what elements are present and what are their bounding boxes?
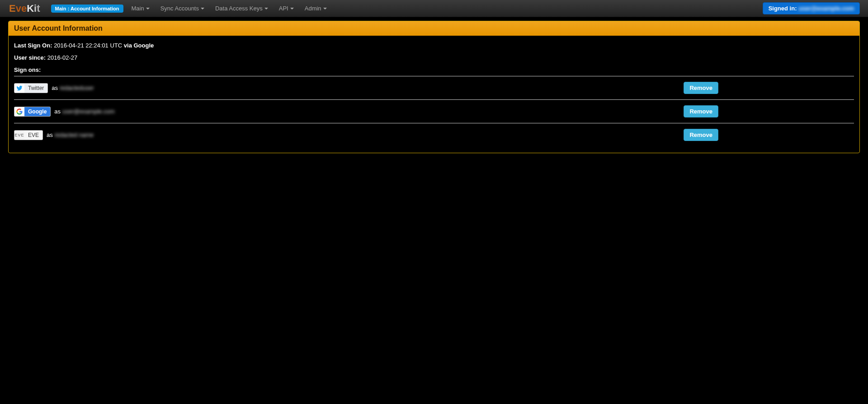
panel-body: Last Sign On: 2016-04-21 22:24:01 UTC vi… (9, 36, 859, 153)
twitter-icon (14, 84, 24, 93)
signon-row-eve: EVE EVE as redacted name Remove (14, 126, 854, 144)
google-icon (14, 107, 24, 116)
user-since: User since: 2016-02-27 (14, 54, 854, 61)
signed-in-user: user@example.com (798, 5, 854, 12)
nav-item-label: Data Access Keys (215, 5, 263, 12)
nav-item-label: Admin (305, 5, 321, 12)
nav-item-label: Sync Accounts (160, 5, 199, 12)
signed-in-button[interactable]: Signed in: user@example.com (763, 2, 860, 14)
last-sign-on: Last Sign On: 2016-04-21 22:24:01 UTC vi… (14, 42, 854, 49)
last-sign-on-value: 2016-04-21 22:24:01 UTC (54, 42, 122, 49)
chevron-down-icon (201, 8, 204, 9)
chevron-down-icon (146, 8, 150, 9)
signon-username: redacteduser (60, 85, 94, 91)
as-text: as user@example.com (54, 108, 114, 115)
provider-badge-twitter[interactable]: Twitter (14, 83, 48, 93)
signon-username: redacted name (54, 132, 94, 138)
chevron-down-icon (290, 8, 294, 9)
navbar: EveKit Main : Account Information Main S… (0, 0, 868, 17)
provider-badge-google[interactable]: Google (14, 107, 51, 117)
signed-in-label: Signed in: (769, 5, 797, 12)
user-since-value: 2016-02-27 (47, 54, 78, 61)
user-since-label: User since: (14, 54, 46, 61)
remove-button[interactable]: Remove (684, 129, 718, 141)
sign-ons-label: Sign ons: (14, 66, 854, 73)
chevron-down-icon (264, 8, 268, 9)
nav-item-api[interactable]: API (274, 0, 299, 17)
divider (14, 76, 854, 76)
account-info-panel: User Account Information Last Sign On: 2… (8, 21, 860, 153)
divider (14, 99, 854, 100)
nav-item-label: API (279, 5, 288, 12)
signon-username: user@example.com (62, 108, 115, 115)
nav-active-account-information[interactable]: Main : Account Information (51, 5, 123, 13)
remove-button[interactable]: Remove (684, 105, 718, 117)
chevron-down-icon (323, 8, 327, 9)
nav-item-admin[interactable]: Admin (299, 0, 332, 17)
signon-row-twitter: Twitter as redacteduser Remove (14, 79, 854, 97)
nav-item-sync-accounts[interactable]: Sync Accounts (155, 0, 210, 17)
nav-item-data-access-keys[interactable]: Data Access Keys (210, 0, 274, 17)
as-text: as redacteduser (52, 85, 94, 91)
last-sign-on-label: Last Sign On: (14, 42, 52, 49)
remove-button[interactable]: Remove (684, 82, 718, 94)
provider-badge-eve[interactable]: EVE EVE (14, 130, 43, 140)
nav-menu: Main : Account Information Main Sync Acc… (48, 0, 332, 17)
nav-item-label: Main (132, 5, 144, 12)
as-text: as redacted name (47, 132, 94, 138)
divider (14, 123, 854, 123)
last-sign-on-via: via Google (124, 42, 154, 49)
nav-item-main[interactable]: Main (126, 0, 155, 17)
provider-label: Twitter (24, 84, 47, 93)
provider-label: EVE (24, 131, 42, 140)
provider-label: Google (24, 107, 50, 116)
brand-logo[interactable]: EveKit (9, 3, 40, 14)
eve-icon: EVE (14, 131, 24, 140)
panel-title: User Account Information (9, 21, 859, 36)
signon-row-google: Google as user@example.com Remove (14, 103, 854, 120)
